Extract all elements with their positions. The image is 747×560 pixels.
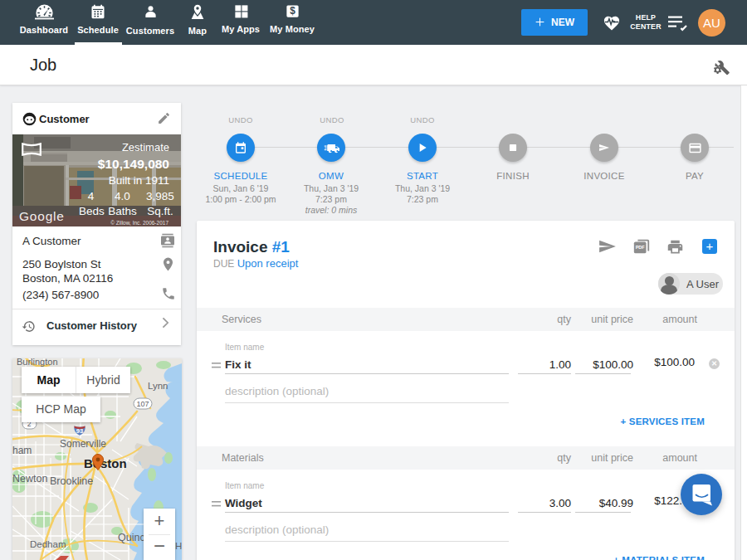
svg-text:Lynn: Lynn [148, 381, 168, 391]
svg-text:ham: ham [12, 445, 32, 456]
svg-text:Brookline: Brookline [50, 475, 93, 487]
svg-text:Somerville: Somerville [60, 438, 106, 450]
svg-text:$: $ [290, 5, 295, 17]
svg-text:PDF: PDF [636, 245, 646, 250]
svg-text:Boston: Boston [84, 456, 127, 470]
svg-text:Newton: Newton [12, 473, 47, 485]
svg-text:Burlington: Burlington [17, 358, 58, 367]
svg-text:107: 107 [136, 400, 149, 408]
svg-text:Hi: Hi [175, 541, 182, 551]
svg-text:Dedham: Dedham [30, 539, 66, 549]
svg-text:93: 93 [76, 427, 83, 435]
